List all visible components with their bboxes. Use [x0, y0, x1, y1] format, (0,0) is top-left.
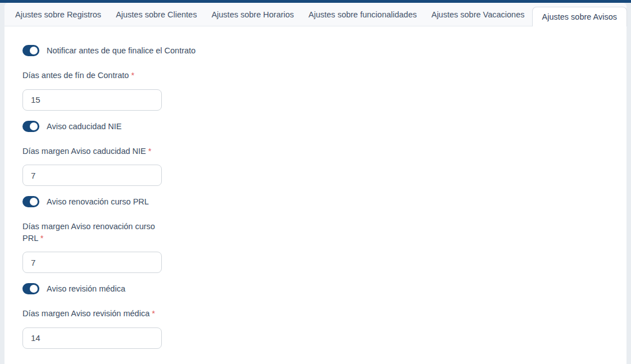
toggle-label: Aviso revisión médica — [47, 284, 125, 293]
tab-ajustes-sobre-funcionalidades[interactable]: Ajustes sobre funcionalidades — [301, 3, 424, 26]
settings-tabbar: Ajustes sobre Registros Ajustes sobre Cl… — [4, 3, 627, 26]
dias-margen-caducidad-nie-input[interactable] — [22, 165, 162, 186]
required-asterisk: * — [152, 309, 155, 318]
field-label: Días antes de fín de Contrato * — [22, 70, 164, 81]
aviso-revision-medica-toggle[interactable] — [22, 283, 39, 294]
tab-ajustes-sobre-clientes[interactable]: Ajustes sobre Clientes — [108, 3, 204, 26]
field-label: Días margen Aviso renovación curso PRL * — [22, 221, 164, 244]
notificar-fin-contrato-toggle-row: Notificar antes de que finalice el Contr… — [22, 45, 609, 56]
toggle-knob — [30, 47, 38, 54]
field-label-text: Días margen Aviso revisión médica — [22, 309, 149, 318]
tab-ajustes-sobre-horarios[interactable]: Ajustes sobre Horarios — [204, 3, 301, 26]
tab-ajustes-sobre-avisos[interactable]: Ajustes sobre Avisos — [532, 7, 628, 26]
aviso-renovacion-prl-toggle-row: Aviso renovación curso PRL — [22, 196, 609, 207]
aviso-caducidad-nie-toggle[interactable] — [22, 121, 39, 132]
aviso-revision-medica-toggle-row: Aviso revisión médica — [22, 283, 609, 294]
field-label-text: Días antes de fín de Contrato — [22, 71, 129, 80]
toggle-knob — [30, 198, 38, 206]
tab-ajustes-sobre-vacaciones[interactable]: Ajustes sobre Vacaciones — [424, 3, 532, 26]
field-label-text: Días margen Aviso caducidad NIE — [22, 147, 146, 156]
avisos-settings-panel: Notificar antes de que finalice el Contr… — [4, 26, 627, 364]
dias-margen-caducidad-nie-field: Días margen Aviso caducidad NIE * — [22, 145, 609, 186]
required-asterisk: * — [148, 147, 152, 156]
required-asterisk: * — [40, 234, 44, 243]
toggle-knob — [30, 285, 38, 293]
aviso-renovacion-prl-toggle[interactable] — [22, 196, 39, 207]
settings-card: Ajustes sobre Registros Ajustes sobre Cl… — [4, 3, 627, 364]
field-label: Días margen Aviso revisión médica * — [22, 308, 164, 320]
dias-margen-renovacion-prl-field: Días margen Aviso renovación curso PRL * — [22, 221, 609, 273]
field-label: Días margen Aviso caducidad NIE * — [22, 145, 164, 157]
aviso-caducidad-nie-toggle-row: Aviso caducidad NIE — [22, 121, 609, 132]
tab-ajustes-sobre-registros[interactable]: Ajustes sobre Registros — [8, 3, 108, 26]
notificar-fin-contrato-toggle[interactable] — [22, 45, 39, 56]
toggle-label: Aviso caducidad NIE — [47, 122, 122, 131]
dias-margen-revision-medica-input[interactable] — [22, 327, 162, 349]
dias-margen-renovacion-prl-input[interactable] — [22, 252, 162, 273]
toggle-label: Notificar antes de que finalice el Contr… — [47, 46, 196, 55]
required-asterisk: * — [131, 71, 134, 80]
dias-antes-fin-contrato-input[interactable] — [22, 89, 162, 111]
dias-margen-revision-medica-field: Días margen Aviso revisión médica * — [22, 308, 609, 349]
dias-antes-fin-contrato-field: Días antes de fín de Contrato * — [22, 70, 609, 111]
toggle-knob — [30, 122, 38, 130]
toggle-label: Aviso renovación curso PRL — [47, 197, 149, 206]
